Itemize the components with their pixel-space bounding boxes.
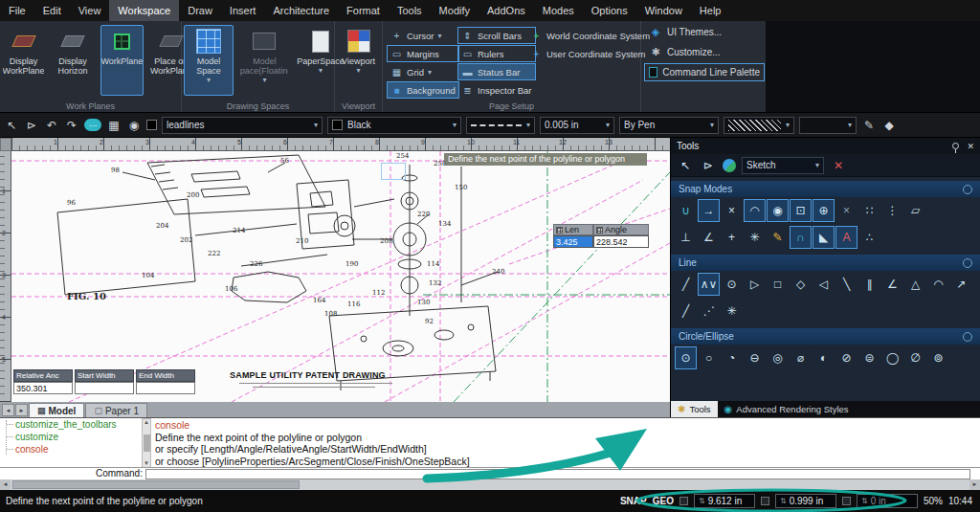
menu-tools[interactable]: Tools [389, 0, 431, 21]
tangent-line-tool-icon[interactable]: ↗ [950, 273, 972, 296]
toggle-background[interactable]: ■ Background [387, 81, 459, 99]
scroll-up-icon[interactable]: ▲ [144, 419, 149, 426]
workplane-button[interactable]: WorkPlane [100, 25, 144, 96]
close-icon[interactable]: ✕ [967, 142, 974, 151]
command-line-palette-button[interactable]: Command Line Palette [644, 63, 765, 81]
tab-paper-1[interactable]: ▢ Paper 1 [85, 403, 147, 417]
collapse-icon[interactable] [963, 185, 972, 194]
rectangle-tool-icon[interactable]: □ [767, 273, 789, 296]
section-header-line[interactable]: Line [671, 255, 980, 271]
pen-icon[interactable]: ✎ [861, 118, 877, 133]
menu-view[interactable]: View [70, 0, 110, 21]
start-width-input[interactable] [75, 382, 134, 394]
menu-format[interactable]: Format [338, 0, 389, 21]
toggle-margins[interactable]: ▭ Margins [387, 45, 459, 62]
snap-magnetic-point-icon[interactable]: ∩ [790, 226, 812, 249]
palette-tab-tools[interactable]: ✱ Tools [671, 401, 718, 417]
circle-chord-icon[interactable]: ⊖ [744, 346, 766, 369]
half-circle-icon[interactable]: ◐ [813, 346, 835, 369]
undo-icon[interactable]: ↶ [44, 118, 59, 133]
snap-toggle[interactable]: SNAP [620, 496, 647, 506]
console-tree-scrollbar[interactable]: ▲ ▼ [142, 418, 151, 468]
end-width-input[interactable] [136, 382, 195, 394]
visibility-icon[interactable]: ◉ [126, 118, 142, 133]
menu-architecture[interactable]: Architecture [264, 0, 338, 21]
snap-set-square-icon[interactable]: ◣ [813, 226, 835, 249]
gradient-combo[interactable]: ▾ [799, 117, 857, 134]
snap-tangent-icon[interactable]: ∠ [698, 226, 720, 249]
line-tool-icon[interactable]: ╱ [675, 273, 697, 296]
palette-tab-advanced-rendering-styles[interactable]: ◉ Advanced Rendering Styles [718, 401, 856, 417]
toggle-user-coordinate-system[interactable]: + User Coordinate System [526, 45, 654, 62]
snap-vertex-icon[interactable]: ⊡ [790, 199, 812, 222]
menu-edit[interactable]: Edit [34, 0, 70, 21]
menu-insert[interactable]: Insert [221, 0, 265, 21]
display-horizon-button[interactable]: Display Horizon [51, 25, 94, 96]
polygon-vertex-tool-icon[interactable]: ▷ [744, 273, 766, 296]
toggle-grid[interactable]: ▦ Grid ▾ [387, 63, 459, 80]
coordinate-lock-icon[interactable] [761, 497, 769, 505]
snap-aperture-icon[interactable]: ✳ [744, 226, 766, 249]
coordinate-lock-icon[interactable] [842, 497, 851, 505]
delete-style-icon[interactable]: ✕ [830, 157, 847, 174]
active-color-swatch[interactable] [146, 120, 157, 130]
tree-item-console[interactable]: console [0, 443, 142, 456]
paint-icon[interactable]: ◆ [881, 118, 897, 133]
render-globe-icon[interactable] [723, 159, 736, 172]
z-coordinate-field[interactable]: ⇅ 0 in [857, 494, 918, 508]
toggle-inspector-bar[interactable]: ≣ Inspector Bar [457, 81, 536, 99]
model-space-floating-button[interactable]: Model Space(Floating) ▾ [239, 25, 289, 96]
snap-sketch-icon[interactable]: ✎ [767, 226, 789, 249]
node-select-icon[interactable]: ⊳ [700, 157, 717, 174]
scroll-down-icon[interactable]: ▼ [144, 460, 149, 467]
horizontal-ruler[interactable]: 12345678910111213 [11, 138, 670, 151]
double-line-tool-icon[interactable]: ∥ [858, 273, 880, 296]
tab-scroll-left[interactable]: ◄ [2, 404, 14, 416]
command-input[interactable] [145, 469, 970, 479]
drawing-canvas[interactable]: 5698962002042022142202082102222261041062… [11, 151, 670, 402]
snap-face-icon[interactable]: ▱ [904, 199, 926, 222]
redo-icon[interactable]: ↷ [64, 118, 79, 133]
collapse-icon[interactable] [963, 332, 972, 342]
snap-perpendicular-icon[interactable]: ⊥ [675, 226, 697, 249]
circle-arc-icon[interactable]: ◔ [721, 346, 743, 369]
coordinate-lock-icon[interactable] [679, 497, 688, 505]
snap-angle-a-icon[interactable]: A [835, 226, 858, 249]
circle-tangent-icon[interactable]: ⌀ [790, 346, 812, 369]
menu-window[interactable]: Window [636, 0, 691, 21]
circle-slash-icon[interactable]: ⊘ [835, 346, 858, 369]
concentric-circle-icon[interactable]: ◎ [767, 346, 789, 369]
perpendicular-line-tool-icon[interactable]: ◁ [813, 273, 835, 296]
menu-workspace[interactable]: Workspace [109, 0, 179, 21]
geo-toggle[interactable]: GEO [653, 496, 674, 506]
angle-input[interactable]: 228.542 [593, 235, 649, 248]
angular-line-tool-icon[interactable]: ∠ [881, 273, 903, 296]
polyline-tool-icon[interactable]: ∧∨ [698, 273, 720, 296]
comment-bubble-icon[interactable]: … [84, 119, 101, 131]
parallel-line-tool-icon[interactable]: ╲ [835, 273, 858, 296]
snap-divide-icon[interactable]: ⋮ [881, 199, 903, 222]
toggle-world-coordinate-system[interactable]: + World Coordinate System [526, 27, 654, 44]
circle-diameter-icon[interactable]: ○ [698, 346, 720, 369]
color-combo[interactable]: Black ▾ [327, 117, 461, 134]
scroll-right-icon[interactable]: ► [969, 479, 980, 490]
tree-item-customize[interactable]: customize [0, 431, 142, 443]
table-icon[interactable]: ▦ [106, 118, 122, 133]
scroll-left-icon[interactable]: ◄ [0, 479, 11, 490]
polygon-center-tool-icon[interactable]: ⊙ [721, 273, 743, 296]
snap-ortho-icon[interactable]: + [721, 226, 743, 249]
pen-style-combo[interactable]: By Pen ▾ [619, 117, 719, 134]
point-line-tool-icon[interactable]: ⋰ [698, 300, 720, 323]
snap-none-icon[interactable]: × [835, 199, 858, 222]
toggle-cursor[interactable]: + Cursor ▾ [387, 27, 459, 44]
style-combo[interactable]: Sketch ▾ [742, 157, 824, 174]
snap-3d-icon[interactable]: ∴ [858, 226, 880, 249]
line-style-combo[interactable]: ▾ [466, 117, 535, 134]
scrollbar-thumb[interactable] [12, 480, 300, 489]
menu-draw[interactable]: Draw [179, 0, 221, 21]
double-circle-icon[interactable]: ⊚ [927, 346, 949, 369]
snap-grid-icon[interactable]: ∷ [858, 199, 880, 222]
snap-arc-icon[interactable]: ◠ [744, 199, 766, 222]
menu-help[interactable]: Help [691, 0, 730, 21]
zoom-level[interactable]: 50% [924, 496, 943, 506]
